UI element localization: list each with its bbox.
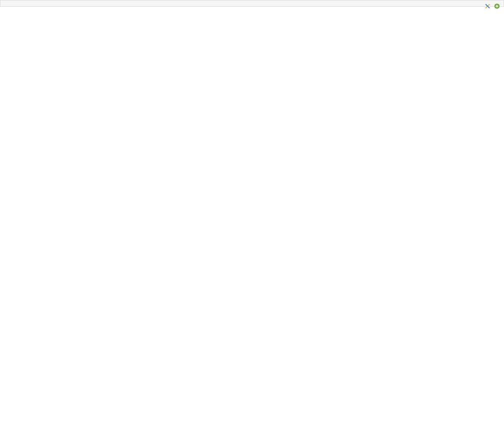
- header-actions: [483, 2, 500, 9]
- form-header: [0, 0, 504, 7]
- add-circle-icon[interactable]: [494, 3, 500, 9]
- settings-icon[interactable]: [484, 3, 491, 9]
